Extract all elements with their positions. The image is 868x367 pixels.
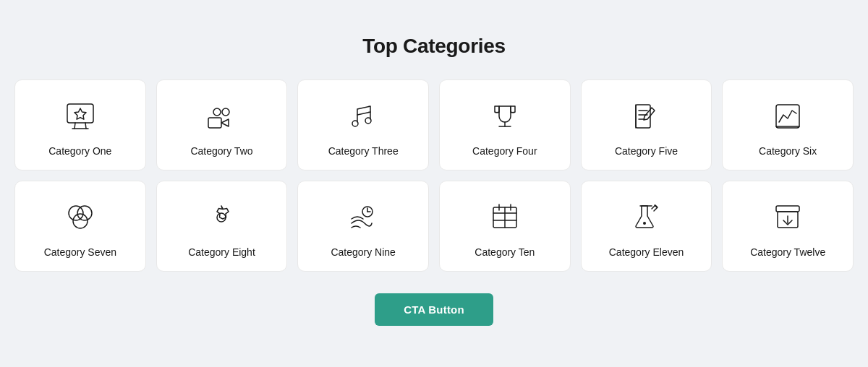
svg-rect-17 [776,105,799,128]
video-camera-icon [203,98,240,135]
category-label-3: Category Three [328,145,399,157]
cta-button[interactable]: CTA Button [375,293,493,326]
svg-line-2 [85,123,86,129]
category-label-12: Category Twelve [750,246,825,258]
svg-point-21 [73,214,88,228]
categories-grid: Category One Category Two [14,79,854,272]
category-card-1[interactable]: Category One [14,79,146,170]
settings-gear-icon [203,199,240,236]
category-card-7[interactable]: Category Seven [14,181,146,272]
wind-clock-icon [344,199,382,236]
svg-line-34 [655,205,657,207]
category-card-9[interactable]: Category Nine [297,181,429,272]
category-label-8: Category Eight [188,246,255,258]
category-card-11[interactable]: Category Eleven [581,181,712,272]
cta-wrapper: CTA Button [14,293,854,326]
svg-point-33 [643,222,646,225]
music-note-icon [344,98,382,135]
svg-point-8 [365,118,371,124]
star-monitor-icon [61,98,99,135]
svg-line-9 [357,112,370,115]
category-card-2[interactable]: Category Two [156,79,288,170]
archive-download-icon [769,199,807,236]
category-card-12[interactable]: Category Twelve [722,181,854,272]
science-flask-icon [627,199,665,236]
category-label-6: Category Six [759,145,817,157]
svg-point-5 [222,108,229,116]
svg-point-20 [77,206,92,220]
calendar-grid-icon [486,199,524,236]
svg-rect-12 [636,105,650,128]
category-label-10: Category Ten [475,246,535,258]
category-card-3[interactable]: Category Three [297,79,429,170]
category-label-11: Category Eleven [609,246,684,258]
page-title: Top Categories [14,35,854,58]
svg-rect-6 [208,118,221,128]
page-wrapper: Top Categories Category One [0,13,868,355]
category-label-7: Category Seven [44,246,116,258]
category-label-2: Category Two [190,145,252,157]
category-card-10[interactable]: Category Ten [439,181,571,272]
trophy-icon [486,98,524,135]
svg-point-19 [69,206,83,220]
category-label-1: Category One [48,145,111,157]
category-label-4: Category Four [472,145,537,157]
category-label-9: Category Nine [331,246,396,258]
circles-icon [61,199,99,236]
svg-point-22 [217,213,226,222]
category-card-5[interactable]: Category Five [581,79,712,170]
svg-rect-0 [67,104,93,123]
svg-line-1 [75,123,75,129]
svg-rect-35 [776,206,799,212]
chart-image-icon [769,98,807,135]
svg-point-4 [213,108,221,116]
category-card-4[interactable]: Category Four [439,79,571,170]
category-card-6[interactable]: Category Six [722,79,854,170]
book-pen-icon [627,98,665,135]
category-label-5: Category Five [615,145,678,157]
category-card-8[interactable]: Category Eight [156,181,288,272]
svg-point-7 [352,121,358,126]
